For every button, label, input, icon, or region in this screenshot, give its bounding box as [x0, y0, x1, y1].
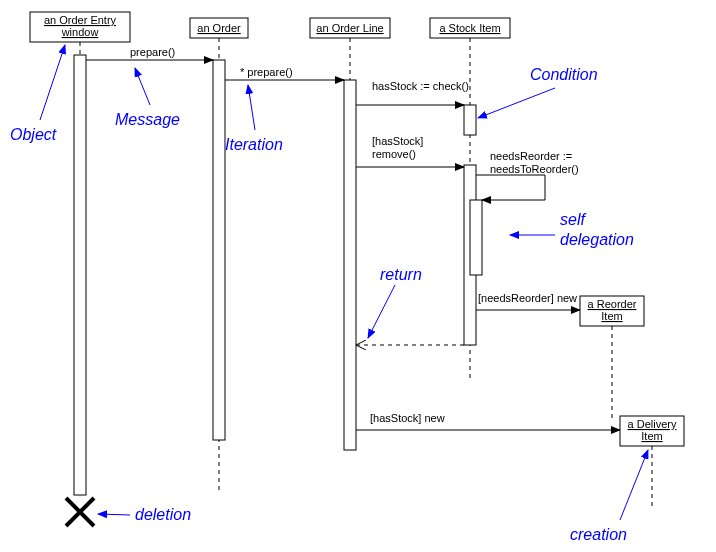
object-order-line: an Order Line: [310, 18, 390, 38]
svg-text:Item: Item: [601, 310, 622, 322]
object-delivery-item: a Delivery Item: [620, 416, 684, 446]
message-remove-guard: [hasStock]: [372, 135, 423, 147]
message-check-label: hasStock := check(): [372, 80, 469, 92]
message-new-reorder-label: [needsReorder] new: [478, 292, 577, 304]
svg-text:Item: Item: [641, 430, 662, 442]
annot-return: return: [380, 266, 422, 283]
annot-deletion: deletion: [135, 506, 191, 523]
activation-stock-item-check: [464, 105, 476, 135]
annot-condition: Condition: [530, 66, 598, 83]
activation-stock-item-self: [470, 200, 482, 275]
annot-iteration: Iteration: [225, 136, 283, 153]
message-remove-label: remove(): [372, 148, 416, 160]
message-new-delivery-label: [hasStock] new: [370, 412, 445, 424]
svg-text:a Reorder: a Reorder: [588, 298, 637, 310]
object-order: an Order: [190, 18, 248, 38]
annot-deletion-arrow: [98, 514, 130, 515]
annot-self-delegation2: delegation: [560, 231, 634, 248]
annot-self-delegation1: self: [560, 211, 586, 228]
message-needs-reorder: [476, 175, 545, 200]
annot-return-arrow: [368, 285, 395, 338]
annot-creation-arrow: [620, 450, 648, 520]
message-needs-reorder-label1: needsReorder :=: [490, 150, 572, 162]
annot-message: Message: [115, 111, 180, 128]
object-reorder-item: a Reorder Item: [580, 296, 644, 326]
object-label: an Order: [197, 22, 241, 34]
object-label: an Order Line: [316, 22, 383, 34]
message-prepare2-label: * prepare(): [240, 66, 293, 78]
annot-message-arrow: [135, 68, 150, 105]
object-stock-item: a Stock Item: [430, 18, 510, 38]
activation-order-entry: [74, 55, 86, 495]
activation-order-line: [344, 80, 356, 450]
annot-object-arrow: [40, 45, 65, 120]
object-order-entry: an Order Entrywindow: [30, 12, 130, 42]
deletion-x-icon: [66, 498, 94, 526]
annot-iteration-arrow: [248, 85, 255, 130]
object-label: a Stock Item: [439, 22, 500, 34]
svg-text:a Delivery: a Delivery: [628, 418, 677, 430]
annot-object: Object: [10, 126, 57, 143]
annot-creation: creation: [570, 526, 627, 543]
annot-condition-arrow: [478, 88, 555, 118]
activation-order: [213, 60, 225, 440]
message-prepare1-label: prepare(): [130, 46, 175, 58]
message-needs-reorder-label2: needsToReorder(): [490, 163, 579, 175]
